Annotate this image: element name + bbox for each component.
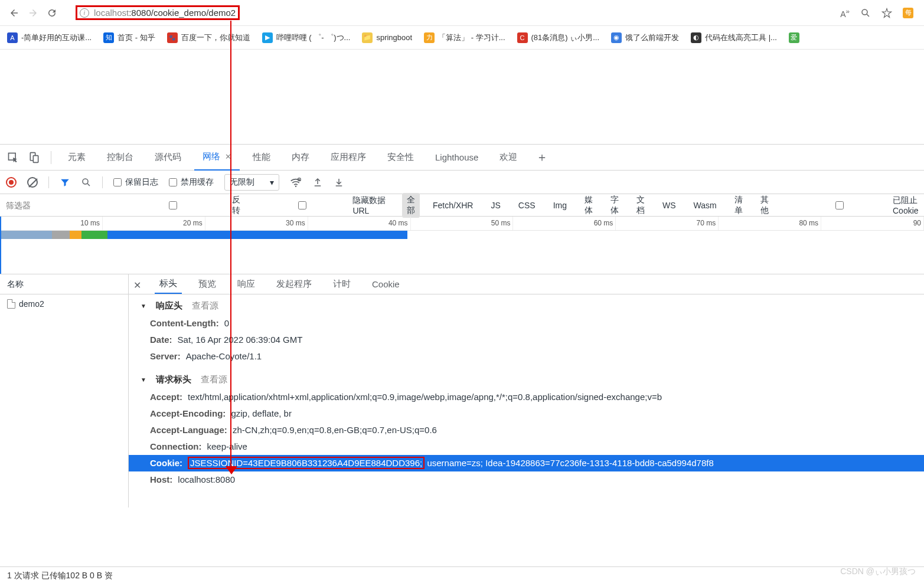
toolbar-right-icons: A» 每 [840,7,919,19]
request-row[interactable]: demo2 [0,294,128,313]
bookmark-item[interactable]: ◉饿了么前端开发 [611,32,679,43]
filter-chip[interactable]: Img [548,199,572,212]
filter-input[interactable] [6,201,109,210]
tab-application[interactable]: 应用程序 [322,145,374,171]
bookmark-item[interactable]: 🐾百度一下，你就知道 [167,32,250,43]
filter-chip-all[interactable]: 全部 [402,193,420,218]
search-icon[interactable] [81,177,92,188]
timeline-bars [0,231,924,241]
bookmark-item[interactable]: 📁springboot [362,32,412,43]
detail-tab-timing[interactable]: 计时 [328,274,355,294]
timeline-tick: 30 ms [205,217,308,230]
status-bar: 1 次请求 已传输102 B 0 B 资 [0,566,924,583]
annotation-arrow-head [226,466,237,474]
headers-panel: ▼响应头查看源 Content-Length: 0 Date: Sat, 16 … [129,294,924,490]
bookmarks-bar: A-简单好用的互动课... 知首页 - 知乎 🐾百度一下，你就知道 ▶哔哩哔哩 … [0,26,924,50]
request-name-column: 名称 demo2 [0,274,129,507]
close-detail-icon[interactable]: ✕ [133,280,143,289]
url-text: localhost:8080/cookie_demo/demo2 [94,8,236,18]
wifi-icon[interactable] [290,176,302,188]
detail-tab-headers[interactable]: 标头 [155,274,182,294]
header-row: Accept-Language: zh-CN,zh;q=0.9,en;q=0.8… [129,422,924,438]
network-filter-bar: 反转 隐藏数据 URL 全部 Fetch/XHR JS CSS Img 媒体 字… [0,194,924,217]
tab-elements[interactable]: 元素 [60,145,94,171]
timeline-cursor [0,217,1,274]
cookie-highlight-box: JSESSIONID=43EDE9B806B331236A4D9EE884DDD… [188,457,425,469]
hide-data-url-checkbox[interactable]: 隐藏数据 URL [256,195,394,215]
header-row: Host: localhost:8080 [129,471,924,488]
bookmark-item[interactable]: C(81条消息) ぃ小男... [517,32,600,43]
tab-welcome[interactable]: 欢迎 [491,145,525,171]
zoom-icon[interactable] [860,8,871,18]
detail-tab-initiator[interactable]: 发起程序 [272,274,316,294]
filter-chip[interactable]: 清单 [730,193,747,218]
filter-chip[interactable]: 文档 [632,193,649,218]
timeline-tick: 20 ms [103,217,205,230]
clear-button[interactable] [27,177,38,188]
record-button[interactable] [6,177,17,188]
filter-chip[interactable]: WS [658,199,681,212]
invert-checkbox[interactable]: 反转 [117,195,247,216]
device-toggle-icon[interactable] [26,149,43,166]
filter-icon[interactable] [60,177,70,188]
filter-chip[interactable]: 其他 [756,193,773,218]
forward-button[interactable] [24,4,43,22]
tab-security[interactable]: 安全性 [379,145,422,171]
watermark: CSDN @ぃ小男孩つ [840,566,916,577]
detail-tab-response[interactable]: 响应 [233,274,260,294]
tab-memory[interactable]: 内存 [283,145,318,171]
favorite-icon[interactable] [881,8,892,18]
request-headers-section[interactable]: ▼请求标头查看源 [129,371,924,389]
timeline-tick: 50 ms [411,217,514,230]
header-row: Accept-Encoding: gzip, deflate, br [129,405,924,422]
bookmark-item[interactable]: 力「算法」 - 学习计... [424,32,505,43]
timeline-tick: 80 ms [719,217,821,230]
tab-network[interactable]: 网络✕ [194,145,240,171]
devtools-tab-bar: 元素 控制台 源代码 网络✕ 性能 内存 应用程序 安全性 Lighthouse… [0,145,924,171]
blocked-cookies-checkbox[interactable]: 已阻止 Cookie [790,195,924,215]
tab-console[interactable]: 控制台 [99,145,142,171]
header-row: Date: Sat, 16 Apr 2022 06:39:04 GMT [129,332,924,348]
upload-icon[interactable] [312,177,323,188]
header-row: Content-Length: 0 [129,315,924,332]
preserve-log-checkbox[interactable]: 保留日志 [113,177,158,188]
header-row: Connection: keep-alive [129,438,924,455]
document-icon [7,299,15,309]
refresh-button[interactable] [43,4,61,22]
filter-chip[interactable]: CSS [514,199,540,212]
filter-chip[interactable]: 媒体 [580,193,598,218]
detail-tab-preview[interactable]: 预览 [194,274,221,294]
filter-chip[interactable]: Wasm [689,199,721,212]
inspect-element-icon[interactable] [5,149,21,166]
filter-chip[interactable]: JS [486,199,505,212]
response-headers-section[interactable]: ▼响应头查看源 [129,297,924,315]
timeline-tick: 40 ms [308,217,411,230]
annotation-arrow [230,21,231,469]
browser-toolbar: i localhost:8080/cookie_demo/demo2 A» 每 [0,0,924,26]
detail-tab-cookies[interactable]: Cookie [367,274,404,294]
bookmark-item[interactable]: 知首页 - 知乎 [103,32,155,43]
throttling-select[interactable]: 无限制▾ [224,174,279,191]
bookmark-item[interactable]: ◐代码在线高亮工具 |... [691,32,777,43]
disable-cache-checkbox[interactable]: 禁用缓存 [169,177,214,188]
filter-chip[interactable]: Fetch/XHR [428,199,478,212]
bookmark-item[interactable]: ▶哔哩哔哩 ( ゜- ゜)つ... [262,32,351,43]
tab-lighthouse[interactable]: Lighthouse [427,145,487,171]
network-timeline[interactable]: 10 ms 20 ms 30 ms 40 ms 50 ms 60 ms 70 m… [0,217,924,274]
header-row-cookie: Cookie: JSESSIONID=43EDE9B806B331236A4D9… [129,455,924,471]
bookmark-item[interactable]: 爱 [789,32,799,43]
filter-chip[interactable]: 字体 [606,193,623,218]
add-tab-icon[interactable]: ＋ [536,149,548,165]
download-icon[interactable] [334,177,344,188]
bookmark-item[interactable]: A-简单好用的互动课... [7,32,92,43]
read-aloud-icon[interactable]: A» [840,7,850,19]
back-button[interactable] [5,4,24,22]
collections-icon[interactable]: 每 [903,8,913,18]
address-bar[interactable]: i localhost:8080/cookie_demo/demo2 [68,4,833,22]
timeline-tick: 60 ms [513,217,616,230]
network-detail: 名称 demo2 ✕ 标头 预览 响应 发起程序 计时 Cookie ▼响应头查… [0,274,924,507]
tab-sources[interactable]: 源代码 [146,145,190,171]
tab-performance[interactable]: 性能 [244,145,279,171]
page-content [0,50,924,144]
svg-point-4 [83,179,88,184]
